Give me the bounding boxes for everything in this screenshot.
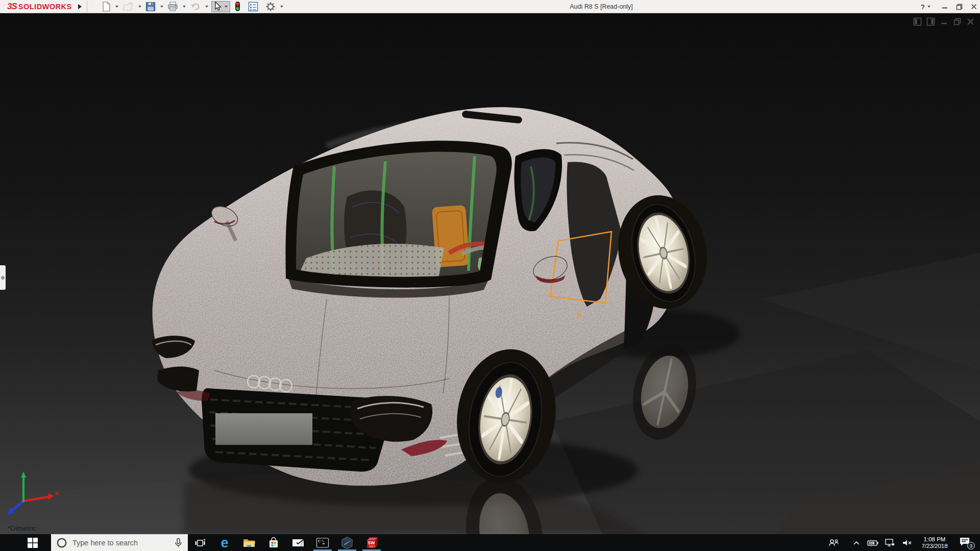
open-folder-icon (122, 2, 134, 11)
action-center-button[interactable]: 3 (957, 536, 976, 550)
select-tool-button[interactable] (211, 1, 230, 12)
new-document-button[interactable] (101, 1, 112, 12)
store-button[interactable] (261, 534, 286, 551)
windows-logo-icon (27, 537, 38, 548)
battery-charging-icon (867, 539, 879, 547)
minimize-button[interactable] (942, 4, 948, 10)
doc-restore-icon[interactable] (953, 17, 962, 26)
select-dropdown-caret[interactable] (225, 6, 228, 8)
network-icon (885, 538, 896, 547)
property-list-icon (248, 2, 258, 12)
help-dropdown-caret[interactable] (927, 6, 930, 8)
bumper-intake (157, 367, 199, 392)
command-prompt-icon: C:\ (316, 537, 329, 548)
hidden-icons-button[interactable] (852, 539, 861, 547)
people-icon (828, 538, 839, 548)
hexagon-app-icon (340, 536, 354, 549)
save-icon (145, 2, 156, 12)
minimize-icon (942, 4, 948, 10)
network-button[interactable] (885, 538, 896, 547)
command-prompt-button[interactable]: C:\ (310, 534, 335, 551)
toolbar-separator (87, 1, 87, 12)
battery-button[interactable] (867, 539, 879, 547)
save-dropdown-caret[interactable] (160, 6, 163, 8)
taskbar-search-box[interactable] (51, 534, 188, 551)
notification-badge: 3 (967, 542, 975, 549)
file-explorer-button[interactable] (237, 534, 261, 551)
close-button[interactable] (971, 4, 977, 10)
task-view-button[interactable] (188, 534, 212, 551)
save-button[interactable] (144, 1, 157, 12)
cmd-prompt-text: C:\ (318, 540, 324, 543)
print-icon (167, 2, 178, 11)
pane-right-icon[interactable] (926, 17, 935, 26)
doc-close-icon[interactable] (966, 17, 975, 26)
undo-icon (190, 2, 201, 11)
new-document-icon (102, 2, 111, 12)
solidworks-2017-button[interactable]: SW 2017 (359, 534, 384, 551)
window-controls: ? (921, 0, 977, 13)
rebuild-traffic-light-icon (234, 1, 241, 12)
volume-button[interactable] (901, 538, 913, 547)
people-button[interactable] (828, 538, 839, 548)
help-button[interactable]: ? (921, 3, 934, 11)
doc-minimize-icon[interactable] (940, 17, 948, 26)
titlebar: 3S SOLIDWORKS (0, 0, 980, 13)
solidworks-2017-icon: SW 2017 (364, 536, 379, 550)
select-cursor-icon (213, 2, 222, 11)
graphics-area[interactable]: *Dimetric (0, 13, 980, 534)
search-input[interactable] (72, 539, 174, 547)
pane-left-icon[interactable] (913, 17, 922, 26)
print-dropdown-caret[interactable] (183, 6, 186, 8)
options-dropdown-caret[interactable] (280, 6, 283, 8)
panel-tab-dot (1, 276, 5, 280)
sw-icon-year: 2017 (369, 545, 375, 548)
view-orientation-label: *Dimetric (8, 524, 37, 532)
license-plate-blank (215, 413, 312, 445)
taskbar-clock[interactable]: 1:08 PM 7/23/2018 (918, 536, 951, 549)
rebuild-button[interactable] (233, 1, 242, 12)
undo-dropdown-caret[interactable] (205, 6, 208, 8)
store-icon (267, 536, 280, 549)
undo-button[interactable] (189, 2, 202, 12)
volume-muted-icon (901, 538, 913, 547)
file-explorer-icon (242, 537, 256, 549)
open-dropdown-caret[interactable] (138, 6, 141, 8)
mail-icon (291, 537, 305, 548)
print-button[interactable] (166, 1, 179, 12)
start-button[interactable] (14, 534, 51, 551)
taskbar-spacer (384, 534, 828, 551)
windows-taskbar: e C:\ (0, 534, 980, 551)
standard-toolbar (101, 1, 286, 12)
edge-button[interactable]: e (212, 534, 237, 551)
task-view-icon (194, 537, 206, 549)
open-button[interactable] (121, 2, 135, 12)
new-dropdown-caret[interactable] (115, 6, 118, 8)
options-button[interactable] (264, 1, 277, 12)
document-window-controls (913, 17, 975, 26)
close-icon (971, 4, 977, 10)
car-model-render[interactable] (0, 13, 980, 534)
settings-gear-icon (265, 2, 276, 12)
cortana-circle-icon (56, 537, 67, 548)
help-icon: ? (921, 3, 925, 11)
edge-icon: e (220, 536, 228, 549)
solidworks-logo: 3S SOLIDWORKS (7, 2, 72, 12)
clock-date: 7/23/2018 (918, 543, 951, 549)
restore-icon (956, 4, 963, 10)
properties-button[interactable] (247, 1, 259, 12)
feature-panel-collapsed-tab[interactable] (0, 265, 6, 290)
system-tray: 1:08 PM 7/23/2018 3 (828, 534, 980, 551)
menu-expand-arrow[interactable] (78, 4, 82, 9)
document-title: Audi R8 S [Read-only] (570, 0, 633, 13)
dassault-logo-mark: 3S (7, 2, 17, 12)
hexagon-app-button[interactable] (335, 534, 359, 551)
microphone-icon[interactable] (174, 538, 183, 548)
windshield (286, 141, 512, 288)
brand-name: SOLIDWORKS (18, 3, 72, 11)
clock-time: 1:08 PM (918, 536, 951, 543)
restore-button[interactable] (956, 4, 963, 10)
chevron-up-icon (852, 539, 861, 547)
mail-button[interactable] (286, 534, 310, 551)
